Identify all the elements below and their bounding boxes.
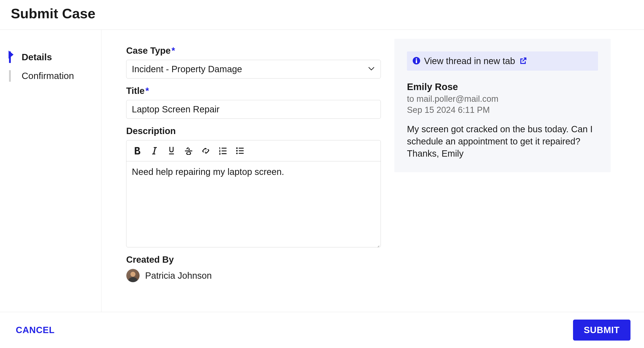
- link-icon: [202, 146, 210, 155]
- external-link-icon: [519, 57, 526, 65]
- required-mark: *: [146, 86, 149, 96]
- cancel-button[interactable]: CANCEL: [16, 325, 55, 335]
- unordered-list-button[interactable]: [232, 143, 248, 159]
- underline-icon: [168, 146, 175, 155]
- case-type-select-wrapper: Incident - Property Damage: [126, 60, 381, 79]
- ordered-list-icon: [218, 147, 227, 155]
- step-details[interactable]: Details: [9, 48, 101, 67]
- ordered-list-button[interactable]: [215, 143, 231, 159]
- description-group: Description: [126, 126, 381, 247]
- strikethrough-button[interactable]: [180, 143, 197, 159]
- description-label: Description: [126, 126, 381, 136]
- created-by-label: Created By: [126, 255, 381, 265]
- svg-rect-5: [416, 60, 417, 63]
- svg-point-1: [236, 150, 238, 152]
- description-textarea[interactable]: Need help repairing my laptop screen.: [126, 161, 380, 247]
- info-icon: [412, 57, 420, 66]
- email-body: My screen got cracked on the bus today. …: [407, 123, 598, 159]
- underline-button[interactable]: [163, 143, 180, 159]
- svg-point-0: [236, 147, 238, 149]
- description-editor: Need help repairing my laptop screen.: [126, 140, 381, 247]
- email-date: Sep 15 2024 6:11 PM: [407, 105, 598, 115]
- step-confirmation[interactable]: Confirmation: [9, 67, 101, 85]
- case-type-label: Case Type*: [126, 46, 381, 56]
- case-type-group: Case Type* Incident - Property Damage: [126, 46, 381, 79]
- creator-name: Patricia Johnson: [145, 271, 212, 281]
- italic-icon: [151, 146, 158, 155]
- created-by-group: Created By Patricia Johnson: [126, 255, 381, 282]
- created-by-row: Patricia Johnson: [126, 269, 381, 282]
- footer: CANCEL SUBMIT: [0, 312, 644, 348]
- case-type-select[interactable]: Incident - Property Damage: [126, 60, 381, 79]
- sender-name: Emily Rose: [407, 81, 598, 92]
- page-header: Submit Case: [0, 0, 644, 30]
- form-area: Case Type* Incident - Property Damage Ti…: [102, 30, 394, 313]
- main-container: Details Confirmation Case Type* Incident…: [0, 30, 644, 313]
- title-label: Title*: [126, 86, 381, 96]
- email-preview-panel: View thread in new tab Emily Rose to mai…: [394, 39, 611, 172]
- svg-point-2: [236, 152, 238, 154]
- strikethrough-icon: [184, 147, 193, 155]
- page-title: Submit Case: [11, 6, 633, 22]
- title-input[interactable]: [126, 100, 381, 119]
- step-label: Details: [22, 52, 52, 62]
- email-to: to mail.poller@mail.com: [407, 94, 598, 104]
- resize-handle-icon[interactable]: [374, 241, 380, 246]
- steps-sidebar: Details Confirmation: [0, 30, 102, 313]
- italic-button[interactable]: [146, 143, 162, 159]
- banner-text: View thread in new tab: [424, 56, 515, 66]
- step-indicator-icon: [9, 70, 11, 82]
- svg-point-4: [416, 58, 417, 60]
- step-indicator-icon: [9, 52, 11, 63]
- submit-button[interactable]: SUBMIT: [573, 319, 630, 340]
- step-label: Confirmation: [22, 71, 74, 81]
- view-thread-banner[interactable]: View thread in new tab: [407, 52, 598, 71]
- bold-icon: [134, 146, 141, 155]
- required-mark: *: [172, 46, 175, 56]
- unordered-list-icon: [236, 147, 244, 155]
- editor-toolbar: [126, 140, 380, 161]
- link-button[interactable]: [198, 143, 214, 159]
- bold-button[interactable]: [129, 143, 145, 159]
- title-group: Title*: [126, 86, 381, 119]
- avatar: [126, 269, 140, 282]
